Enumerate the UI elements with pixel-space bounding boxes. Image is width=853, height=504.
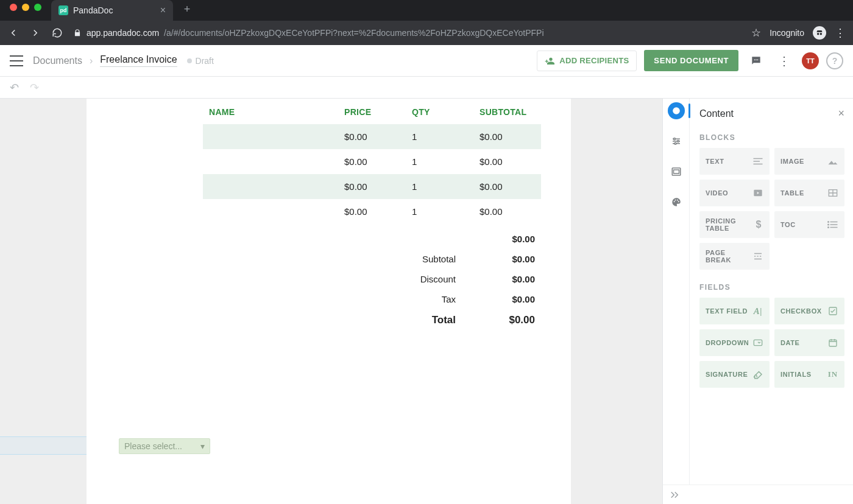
cell-price[interactable]: $0.00 — [338, 149, 406, 174]
cell-name[interactable] — [203, 124, 338, 149]
redo-button[interactable]: ↷ — [30, 81, 39, 94]
cell-name[interactable] — [203, 199, 338, 224]
svg-point-18 — [828, 222, 829, 223]
text-field-icon: A| — [752, 306, 763, 317]
dropdown-placeholder-text: Please select... — [124, 441, 182, 451]
svg-point-3 — [756, 59, 757, 60]
block-toc[interactable]: TOC — [774, 211, 844, 238]
signature-icon — [752, 369, 763, 380]
table-row[interactable]: $0.001$0.00 — [203, 174, 541, 199]
forward-button[interactable] — [29, 27, 41, 39]
page-break-icon — [752, 251, 763, 262]
comments-icon[interactable] — [746, 51, 766, 71]
cell-price[interactable]: $0.00 — [338, 199, 406, 224]
cell-subtotal[interactable]: $0.00 — [473, 199, 541, 224]
url-host: app.pandadoc.com — [87, 28, 159, 38]
add-recipients-label: ADD RECIPIENTS — [559, 56, 629, 65]
close-tab-icon[interactable]: × — [160, 5, 166, 15]
new-tab-button[interactable]: + — [179, 1, 195, 17]
block-video[interactable]: VIDEO — [699, 180, 770, 206]
add-recipients-button[interactable]: ADD RECIPIENTS — [537, 51, 637, 71]
browser-titlebar: pd PandaDoc × + — [0, 0, 853, 21]
chevrons-right-icon — [669, 491, 680, 499]
total-label: Total — [432, 314, 456, 326]
block-text[interactable]: TEXT — [699, 148, 770, 175]
url-field[interactable]: app.pandadoc.com/a/#/documents/oHZPzkoxg… — [73, 28, 742, 38]
browser-tab[interactable]: pd PandaDoc × — [51, 0, 173, 21]
cell-name[interactable] — [203, 174, 338, 199]
rail-content-tab[interactable] — [668, 102, 685, 119]
document-title-input[interactable]: Freelance Invoice — [100, 54, 177, 67]
block-pricing-table[interactable]: PRICING TABLE$ — [699, 211, 770, 238]
rail-layout-tab[interactable] — [668, 163, 685, 180]
rail-design-tab[interactable] — [668, 194, 685, 211]
initials-icon: IN — [827, 369, 838, 380]
checkbox-icon — [827, 306, 838, 317]
document-canvas[interactable]: · · · · · · · · · · PDF page break NAME … — [0, 99, 662, 504]
svg-point-9 — [674, 142, 676, 144]
cell-price[interactable]: $0.00 — [338, 174, 406, 199]
pricing-table-block[interactable]: NAME PRICE QTY SUBTOTAL $0.001$0.00$0.00… — [203, 99, 541, 331]
cell-subtotal[interactable]: $0.00 — [473, 174, 541, 199]
dropdown-icon — [752, 337, 763, 348]
field-text-field[interactable]: TEXT FIELDA| — [699, 298, 770, 324]
back-button[interactable] — [7, 27, 19, 39]
svg-point-8 — [677, 141, 679, 142]
tax-label: Tax — [442, 294, 456, 304]
pretotal-value: $0.00 — [498, 234, 535, 244]
maximize-window-icon[interactable] — [34, 4, 41, 11]
menu-icon[interactable] — [10, 55, 23, 66]
field-dropdown[interactable]: DROPDOWN — [699, 329, 770, 356]
undo-button[interactable]: ↶ — [10, 81, 19, 94]
add-person-icon — [545, 56, 554, 66]
cell-subtotal[interactable]: $0.00 — [473, 124, 541, 149]
cell-qty[interactable]: 1 — [406, 174, 473, 199]
field-checkbox[interactable]: CHECKBOX — [774, 298, 844, 324]
minimize-window-icon[interactable] — [22, 4, 29, 11]
calendar-icon — [827, 337, 838, 348]
cell-qty[interactable]: 1 — [406, 124, 473, 149]
table-row[interactable]: $0.001$0.00 — [203, 124, 541, 149]
close-panel-icon[interactable]: × — [838, 107, 844, 120]
cell-qty[interactable]: 1 — [406, 149, 473, 174]
window-traffic-lights — [5, 4, 46, 17]
field-date[interactable]: DATE — [774, 329, 844, 356]
fields-section-label: FIELDS — [699, 283, 844, 292]
panel-collapse-button[interactable] — [663, 485, 853, 504]
table-row[interactable]: $0.001$0.00 — [203, 149, 541, 174]
browser-menu-icon[interactable]: ⋮ — [835, 26, 846, 40]
reload-button[interactable] — [51, 27, 63, 39]
cell-price[interactable]: $0.00 — [338, 124, 406, 149]
lock-icon — [73, 29, 82, 37]
bookmark-star-icon[interactable]: ☆ — [751, 26, 761, 40]
field-signature[interactable]: SIGNATURE — [699, 361, 770, 388]
svg-point-15 — [678, 201, 679, 202]
send-document-button[interactable]: SEND DOCUMENT — [644, 50, 738, 71]
video-icon — [752, 187, 763, 198]
app-header: Documents › Freelance Invoice Draft ADD … — [0, 45, 853, 77]
chevron-down-icon: ▾ — [200, 441, 205, 451]
status-badge: Draft — [187, 56, 214, 66]
table-row[interactable]: $0.001$0.00 — [203, 199, 541, 224]
panel-title: Content — [699, 108, 734, 119]
cell-qty[interactable]: 1 — [406, 199, 473, 224]
field-initials[interactable]: INITIALSIN — [774, 361, 844, 388]
content-panel: Content × BLOCKS TEXT IMAGE VIDEO TABLE … — [662, 99, 853, 504]
breadcrumb-root[interactable]: Documents — [33, 55, 82, 66]
panel-rail — [663, 99, 690, 485]
svg-point-2 — [754, 59, 756, 60]
col-header-subtotal: SUBTOTAL — [473, 99, 541, 124]
block-image[interactable]: IMAGE — [774, 148, 844, 175]
cell-name[interactable] — [203, 149, 338, 174]
block-page-break[interactable]: PAGE BREAK — [699, 243, 770, 270]
svg-rect-22 — [754, 340, 762, 345]
block-table[interactable]: TABLE — [774, 180, 844, 206]
more-options-icon[interactable]: ⋮ — [774, 51, 795, 71]
help-icon[interactable]: ? — [826, 52, 843, 69]
close-window-icon[interactable] — [10, 4, 17, 11]
rail-variables-tab[interactable] — [668, 133, 685, 150]
avatar[interactable]: TT — [802, 52, 819, 69]
status-dot-icon — [187, 58, 192, 63]
cell-subtotal[interactable]: $0.00 — [473, 149, 541, 174]
dropdown-field-placeholder[interactable]: Please select... ▾ — [119, 438, 210, 454]
